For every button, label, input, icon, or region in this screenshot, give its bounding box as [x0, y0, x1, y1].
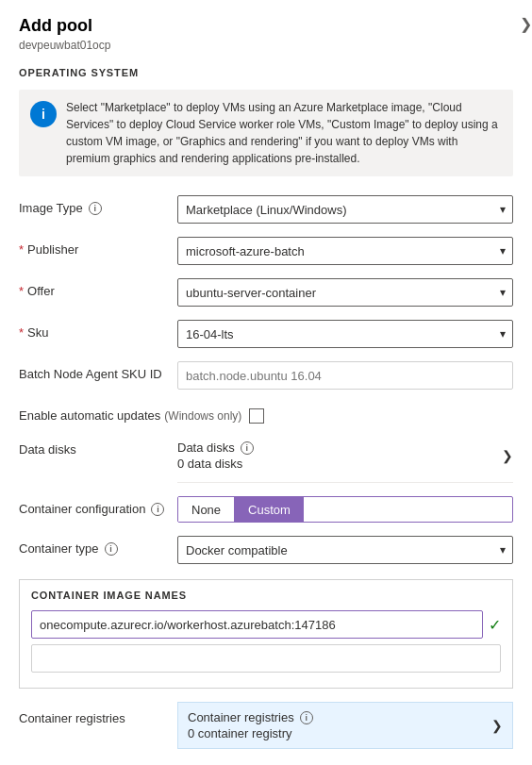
batch-node-agent-label: Batch Node Agent SKU ID: [19, 361, 170, 381]
data-disks-row: Data disks Data disks i 0 data disks ❯: [19, 437, 513, 483]
offer-label: * Offer: [19, 278, 170, 298]
sku-control: 16-04-lts ▾: [177, 320, 513, 348]
offer-select-wrapper: ubuntu-server-container ▾: [177, 278, 513, 307]
header-area: Add pool devpeuwbat01ocp: [19, 15, 513, 52]
container-registries-count: 0 container registry: [188, 726, 313, 740]
enable-updates-checkbox[interactable]: [249, 408, 264, 424]
container-registries-title: Container registries i: [188, 710, 313, 724]
image-type-row: Image Type i Marketplace (Linux/Windows)…: [19, 195, 513, 224]
publisher-select[interactable]: microsoft-azure-batch: [177, 237, 513, 265]
container-registries-chevron-icon: ❯: [491, 718, 503, 733]
data-disks-title: Data disks i: [177, 441, 254, 455]
sku-label: * Sku: [19, 320, 170, 340]
info-text: Select "Marketplace" to deploy VMs using…: [66, 99, 502, 167]
enable-updates-row: Enable automatic updates (Windows only): [19, 403, 513, 424]
container-type-control: Docker compatible ▾: [177, 536, 513, 564]
sku-select-wrapper: 16-04-lts ▾: [177, 320, 513, 348]
container-registries-control: Container registries i 0 container regis…: [177, 702, 513, 749]
container-type-info-icon[interactable]: i: [105, 542, 118, 556]
batch-node-agent-control: [177, 361, 513, 390]
container-image-section: CONTAINER IMAGE NAMES ✓: [19, 579, 513, 689]
container-image-row-2: [31, 644, 501, 673]
data-disks-content[interactable]: Data disks i 0 data disks ❯: [177, 437, 513, 474]
image-type-select[interactable]: Marketplace (Linux/Windows): [177, 195, 513, 224]
data-disks-info-icon[interactable]: i: [241, 441, 254, 455]
panel-collapse-icon[interactable]: ❯: [520, 15, 532, 33]
container-image-row-1: ✓: [31, 610, 501, 639]
enable-updates-label: Enable automatic updates (Windows only): [19, 403, 241, 423]
image-type-info-icon[interactable]: i: [89, 202, 102, 215]
data-disks-info: Data disks i 0 data disks: [177, 441, 254, 471]
data-disks-count: 0 data disks: [177, 457, 254, 471]
container-type-select-wrapper: Docker compatible ▾: [177, 536, 513, 564]
sku-row: * Sku 16-04-lts ▾: [19, 320, 513, 348]
container-registries-row: Container registries Container registrie…: [19, 702, 513, 749]
info-box: i Select "Marketplace" to deploy VMs usi…: [19, 90, 513, 176]
info-icon: i: [30, 101, 57, 127]
data-disks-label: Data disks: [19, 437, 170, 457]
container-registries-info: Container registries i 0 container regis…: [188, 710, 313, 740]
image-type-select-wrapper: Marketplace (Linux/Windows) ▾: [177, 195, 513, 224]
container-type-row: Container type i Docker compatible ▾: [19, 536, 513, 564]
image-type-label: Image Type i: [19, 195, 170, 215]
container-config-custom-option[interactable]: Custom: [235, 497, 304, 522]
container-config-none-option[interactable]: None: [178, 497, 235, 522]
publisher-select-wrapper: microsoft-azure-batch ▾: [177, 237, 513, 265]
image-type-control: Marketplace (Linux/Windows) ▾: [177, 195, 513, 224]
container-image-input-1[interactable]: [31, 610, 483, 639]
container-type-label: Container type i: [19, 536, 170, 556]
offer-select[interactable]: ubuntu-server-container: [177, 278, 513, 307]
sku-select[interactable]: 16-04-lts: [177, 320, 513, 348]
container-image-valid-icon-1: ✓: [489, 616, 501, 634]
container-image-label: CONTAINER IMAGE NAMES: [31, 590, 501, 601]
container-config-control: None Custom: [177, 496, 513, 523]
container-config-info-icon[interactable]: i: [151, 503, 164, 516]
page-subtitle: devpeuwbat01ocp: [19, 39, 513, 52]
container-type-select[interactable]: Docker compatible: [177, 536, 513, 564]
offer-row: * Offer ubuntu-server-container ▾: [19, 278, 513, 307]
container-registries-content[interactable]: Container registries i 0 container regis…: [177, 702, 513, 749]
container-registries-info-icon[interactable]: i: [300, 711, 313, 724]
publisher-row: * Publisher microsoft-azure-batch ▾: [19, 237, 513, 265]
container-config-toggle-group: None Custom: [177, 496, 513, 523]
batch-node-agent-row: Batch Node Agent SKU ID: [19, 361, 513, 390]
publisher-control: microsoft-azure-batch ▾: [177, 237, 513, 265]
enable-updates-control: [249, 403, 513, 424]
publisher-label: * Publisher: [19, 237, 170, 257]
page-container: Add pool devpeuwbat01ocp ❯ OPERATING SYS…: [0, 0, 532, 765]
container-registries-label: Container registries: [19, 702, 170, 725]
batch-node-agent-input[interactable]: [177, 361, 513, 390]
data-disks-chevron-icon: ❯: [502, 448, 513, 463]
container-config-row: Container configuration i None Custom: [19, 496, 513, 523]
page-title: Add pool: [19, 15, 513, 37]
data-disks-control: Data disks i 0 data disks ❯: [177, 437, 513, 483]
section-os-label: OPERATING SYSTEM: [19, 67, 513, 78]
container-config-label: Container configuration i: [19, 496, 170, 516]
offer-control: ubuntu-server-container ▾: [177, 278, 513, 307]
container-image-input-2[interactable]: [31, 644, 501, 673]
